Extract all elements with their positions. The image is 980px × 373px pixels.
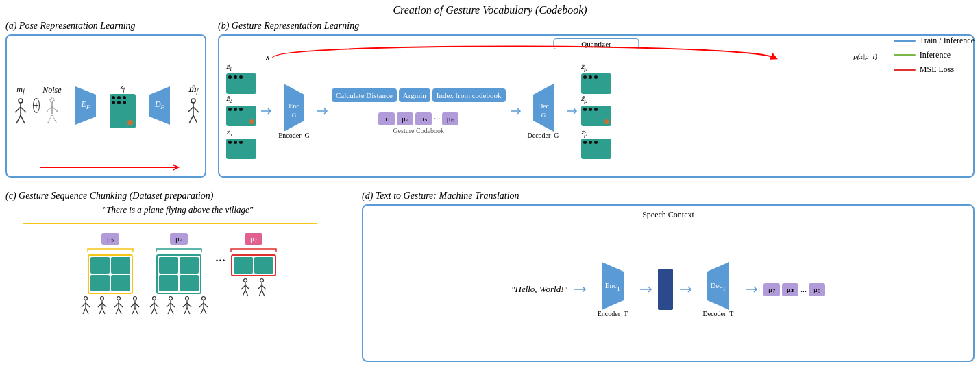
svg-line-10	[48, 115, 52, 123]
encoder-t-label: Encoder_T	[598, 310, 628, 317]
svg-line-87	[262, 285, 266, 289]
quantizer-box: Quantizer	[553, 38, 639, 49]
svg-point-84	[260, 278, 264, 282]
tc1	[90, 257, 110, 274]
encoder-g-block: Enc G Encoder_G	[275, 84, 313, 139]
svg-line-40	[99, 308, 102, 314]
svg-line-57	[154, 303, 158, 307]
bottom-row: (c) Gesture Sequence Chunking (Dataset p…	[0, 186, 980, 370]
skel8-icon	[196, 296, 211, 316]
timeline-container	[23, 218, 333, 230]
chunk-dots: ···	[215, 233, 225, 288]
tc7	[159, 275, 178, 291]
speech-context-bar	[658, 269, 673, 310]
tc3	[90, 275, 110, 291]
svg-line-19	[193, 107, 199, 112]
input-text: "Hello, World!"	[511, 284, 567, 295]
decoder-g-icon: Dec G	[525, 84, 562, 132]
arrow-calc-icon	[316, 105, 328, 117]
input-card-2	[226, 106, 256, 126]
svg-point-48	[134, 296, 137, 300]
svg-line-70	[184, 308, 187, 314]
mf-label: mf	[16, 84, 24, 95]
svg-line-65	[171, 308, 173, 314]
mse-label: MSE Loss	[920, 64, 954, 75]
svg-line-21	[193, 115, 197, 123]
skeleton-mf-icon	[11, 97, 30, 128]
x-label: x	[266, 52, 269, 62]
svg-line-74	[199, 303, 204, 307]
svg-line-35	[86, 308, 88, 314]
svg-line-20	[189, 115, 193, 123]
svg-line-41	[102, 308, 105, 314]
svg-line-58	[151, 308, 154, 314]
z2-label: z̃2	[226, 95, 256, 104]
panel-b: (b) Gesture Representation Learning Quan…	[212, 16, 980, 186]
out-mu9: μ₉	[809, 283, 825, 296]
train-label: Train / Inference	[920, 36, 975, 46]
svg-line-53	[135, 308, 138, 314]
mu2-label: μ₂	[170, 233, 188, 245]
top-row: (a) Pose Representation Learning mf	[0, 16, 980, 186]
chunk-group-3: μ₇	[230, 233, 278, 298]
input-card-1	[226, 73, 256, 94]
output-tokens: μ₇ μ₃ ... μ₉	[763, 283, 825, 296]
svg-point-72	[202, 296, 206, 300]
svg-line-71	[187, 308, 190, 314]
panel-c: (c) Gesture Sequence Chunking (Dataset p…	[0, 186, 356, 370]
svg-line-63	[171, 303, 175, 307]
tc2	[111, 257, 130, 274]
decoder-g-block: Dec G Decoder_G	[525, 84, 562, 139]
output-card-2	[581, 106, 611, 126]
legend-train: Train / Inference	[894, 36, 975, 46]
output-teal-stack: z̃f₁ z̃f₂ z̃fₙ	[581, 63, 611, 159]
mu3-box: μ₃	[415, 112, 432, 125]
codebook-row: μ₁ μ₂ μ₃ ··· μₖ	[332, 112, 506, 125]
zf-teal-icon	[110, 94, 136, 128]
train-line-icon	[894, 40, 916, 42]
svg-line-45	[119, 303, 123, 307]
decoder-g-label: Decoder_G	[527, 132, 559, 139]
main-title: Creation of Gesture Vocabulary (Codebook…	[0, 0, 980, 16]
svg-line-89	[262, 290, 265, 296]
svg-line-51	[135, 303, 139, 307]
svg-point-16	[191, 99, 195, 103]
panel-d-diagram: Speech Context "Hello, World!" EncT Enco…	[362, 204, 975, 362]
out-mu3: μ₃	[782, 283, 798, 296]
arrow-bar-icon	[639, 284, 652, 295]
chunk3-teal-grid	[231, 254, 276, 276]
panel-d: (d) Text to Gesture: Machine Translation…	[356, 186, 980, 370]
brace1-icon	[86, 246, 134, 253]
encoder-g-label: Encoder_G	[278, 132, 310, 139]
svg-line-56	[150, 303, 154, 307]
arrow-enc-icon	[260, 105, 272, 117]
svg-line-18	[188, 107, 193, 112]
dots-icon: ···	[434, 114, 440, 124]
chunk-group-2: μ₂	[147, 233, 211, 316]
skel-row-2	[147, 296, 211, 316]
speech-context-label: Speech Context	[370, 210, 966, 220]
brace2-icon	[155, 246, 203, 253]
zn-label: z̃n	[226, 129, 256, 138]
svg-line-2	[15, 107, 21, 112]
skel1-icon	[78, 296, 93, 316]
encoder-t-block: EncT Encoder_T	[592, 262, 633, 317]
svg-point-78	[244, 278, 247, 282]
speech-quote: "There is a plane flying above the villa…	[5, 204, 350, 215]
decoder-t-icon: DecT	[698, 262, 739, 310]
mu5-label: μ₅	[101, 233, 119, 245]
zf2-label: z̃f₂	[581, 95, 611, 104]
svg-point-54	[153, 296, 156, 300]
svg-text:G: G	[292, 112, 297, 119]
svg-text:Dec: Dec	[537, 102, 549, 110]
z1-label: z̃1	[226, 63, 256, 72]
output-card-1	[581, 73, 611, 94]
svg-line-59	[154, 308, 157, 314]
inference-label: Inference	[920, 50, 951, 60]
svg-line-11	[52, 115, 56, 123]
inference-line-icon	[894, 54, 916, 56]
brace3-icon	[230, 246, 278, 253]
zfn-label: z̃fₙ	[581, 129, 611, 138]
svg-line-82	[243, 290, 245, 296]
decoder-t-block: DecT Decoder_T	[698, 262, 739, 317]
